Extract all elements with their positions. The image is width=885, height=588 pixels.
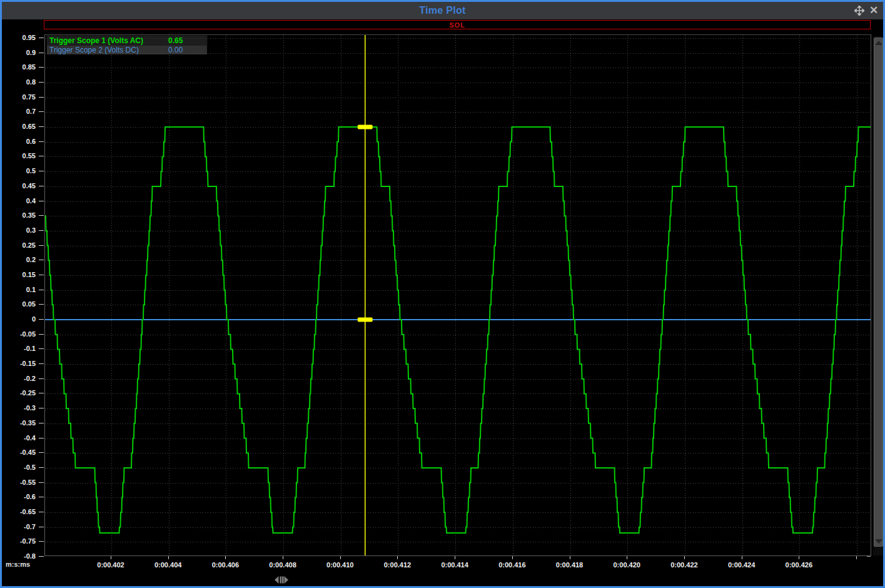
y-tick-mark bbox=[39, 260, 44, 260]
legend-row[interactable]: Trigger Scope 1 (Volts AC)0.65 bbox=[47, 36, 207, 45]
close-icon[interactable]: ✕ bbox=[868, 5, 879, 16]
y-tick-label: 0.2 bbox=[3, 256, 36, 263]
sol-indicator-bar: SOL bbox=[44, 20, 871, 29]
cursor-marker bbox=[358, 125, 373, 129]
vertical-scrollbar[interactable] bbox=[873, 36, 884, 555]
y-tick-label: -0.55 bbox=[3, 479, 36, 486]
y-tick-mark bbox=[39, 126, 44, 127]
y-tick-mark bbox=[39, 304, 44, 305]
y-tick-label: -0.15 bbox=[3, 360, 36, 367]
x-tick-label: 0:00.404 bbox=[142, 561, 195, 569]
y-tick-label: 0.1 bbox=[3, 286, 36, 293]
y-tick-label: -0.8 bbox=[3, 552, 36, 560]
y-tick-mark bbox=[39, 156, 44, 156]
y-tick-label: 0.25 bbox=[3, 241, 36, 249]
y-tick-mark bbox=[39, 230, 44, 231]
y-tick-mark bbox=[39, 512, 44, 512]
title-bar[interactable]: Time Plot ✕ bbox=[2, 2, 883, 19]
x-tick-label: 0:00.416 bbox=[486, 561, 539, 569]
legend-row[interactable]: Trigger Scope 2 (Volts DC)0.00 bbox=[47, 45, 207, 54]
y-tick-label: -0.45 bbox=[3, 449, 36, 456]
y-tick-mark bbox=[39, 82, 44, 83]
y-tick-mark bbox=[39, 497, 44, 497]
y-tick-mark bbox=[39, 541, 44, 542]
x-tick-label: 0:00.412 bbox=[371, 561, 423, 569]
y-tick-mark bbox=[39, 482, 44, 483]
y-tick-label: 0.55 bbox=[3, 152, 36, 160]
legend-series-name: Trigger Scope 1 (Volts AC) bbox=[47, 36, 167, 45]
y-tick-mark bbox=[39, 67, 44, 68]
move-icon[interactable] bbox=[854, 5, 865, 16]
legend-series-value: 0.65 bbox=[167, 36, 207, 45]
y-tick-label: -0.3 bbox=[3, 404, 36, 412]
y-tick-label: 0.15 bbox=[3, 271, 36, 278]
x-axis-unit-label: m:s:ms bbox=[6, 560, 42, 568]
cursor-marker bbox=[358, 318, 373, 322]
scroll-up-icon[interactable] bbox=[875, 41, 882, 45]
y-tick-mark bbox=[39, 556, 44, 557]
y-tick-label: -0.6 bbox=[3, 493, 36, 500]
y-tick-mark bbox=[39, 393, 44, 393]
horizontal-drag-icon[interactable] bbox=[273, 574, 290, 585]
y-tick-mark bbox=[39, 319, 44, 320]
window-title: Time Plot bbox=[419, 5, 465, 16]
y-tick-mark bbox=[39, 171, 44, 171]
y-tick-label: -0.7 bbox=[3, 523, 36, 530]
y-tick-label: -0.25 bbox=[3, 389, 36, 397]
time-plot-window: Time Plot ✕ SOL 0.950.90.850.80.750 bbox=[0, 0, 885, 588]
y-tick-mark bbox=[39, 38, 44, 38]
x-tick-label: 0:00.402 bbox=[84, 561, 137, 569]
y-tick-mark bbox=[39, 97, 44, 98]
x-tick-label: 0:00.420 bbox=[600, 561, 653, 569]
y-tick-mark bbox=[39, 438, 44, 438]
y-tick-mark bbox=[39, 141, 44, 142]
y-tick-label: 0 bbox=[3, 315, 36, 323]
y-tick-mark bbox=[39, 334, 44, 335]
y-tick-label: 0.6 bbox=[3, 138, 36, 145]
x-tick-label: 0:00.406 bbox=[199, 561, 251, 569]
y-tick-label: 0.95 bbox=[3, 34, 36, 41]
y-tick-label: -0.4 bbox=[3, 434, 36, 442]
y-tick-label: 0.8 bbox=[3, 78, 36, 86]
x-tick-label: 0:00.422 bbox=[658, 561, 711, 569]
y-tick-label: 0.4 bbox=[3, 197, 36, 205]
scrollbar-thumb[interactable] bbox=[874, 38, 883, 547]
y-tick-label: 0.65 bbox=[3, 123, 36, 130]
y-tick-label: 0.9 bbox=[3, 49, 36, 56]
x-tick-label: 0:00.414 bbox=[428, 561, 481, 569]
scroll-down-icon[interactable] bbox=[875, 539, 882, 544]
legend-series-value: 0.00 bbox=[167, 46, 207, 54]
y-tick-label: 0.35 bbox=[3, 211, 36, 219]
legend: Trigger Scope 1 (Volts AC)0.65Trigger Sc… bbox=[47, 36, 207, 54]
y-tick-label: -0.35 bbox=[3, 419, 36, 427]
y-tick-label: -0.5 bbox=[3, 464, 36, 471]
y-tick-label: 0.45 bbox=[3, 182, 36, 190]
y-tick-label: -0.65 bbox=[3, 508, 36, 515]
y-tick-mark bbox=[39, 363, 44, 364]
y-tick-label: -0.05 bbox=[3, 330, 36, 338]
y-tick-label: 0.85 bbox=[3, 63, 36, 71]
y-tick-label: 0.75 bbox=[3, 93, 36, 101]
y-tick-label: 0.3 bbox=[3, 226, 36, 234]
y-tick-mark bbox=[39, 467, 44, 468]
y-tick-mark bbox=[39, 215, 44, 216]
y-tick-mark bbox=[39, 275, 44, 275]
y-tick-label: 0.7 bbox=[3, 108, 36, 115]
plot-area[interactable]: Trigger Scope 1 (Volts AC)0.65Trigger Sc… bbox=[44, 34, 871, 556]
x-tick-label: 0:00.408 bbox=[256, 561, 309, 569]
y-tick-mark bbox=[39, 111, 44, 112]
y-tick-mark bbox=[39, 378, 44, 379]
y-tick-mark bbox=[39, 201, 44, 201]
y-tick-label: 0.05 bbox=[3, 300, 36, 308]
y-tick-mark bbox=[39, 452, 44, 453]
y-tick-mark bbox=[39, 348, 44, 349]
x-tick-label: 0:00.410 bbox=[314, 561, 367, 569]
x-tick-label: 0:00.418 bbox=[544, 561, 596, 569]
y-tick-mark bbox=[39, 423, 44, 423]
titlebar-icons: ✕ bbox=[854, 5, 879, 16]
y-tick-mark bbox=[39, 290, 44, 290]
y-tick-label: -0.75 bbox=[3, 537, 36, 545]
y-tick-mark-right bbox=[867, 556, 871, 557]
x-tick-label: 0:00.426 bbox=[772, 561, 825, 569]
legend-series-name: Trigger Scope 2 (Volts DC) bbox=[47, 46, 167, 54]
